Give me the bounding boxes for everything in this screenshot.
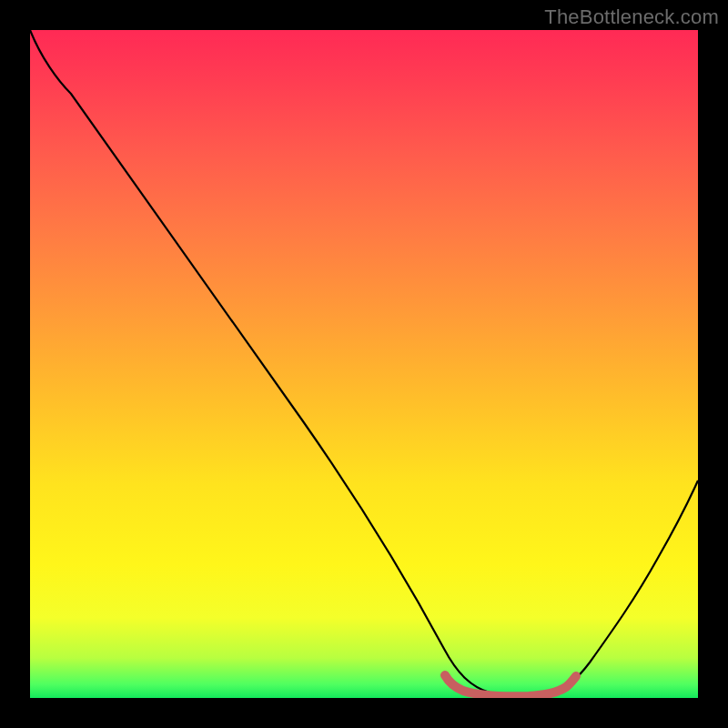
chart-frame: TheBottleneck.com bbox=[0, 0, 728, 728]
chart-svg bbox=[30, 30, 698, 698]
plot-area bbox=[30, 30, 698, 698]
watermark-text: TheBottleneck.com bbox=[544, 5, 719, 29]
bottleneck-curve bbox=[30, 30, 698, 696]
